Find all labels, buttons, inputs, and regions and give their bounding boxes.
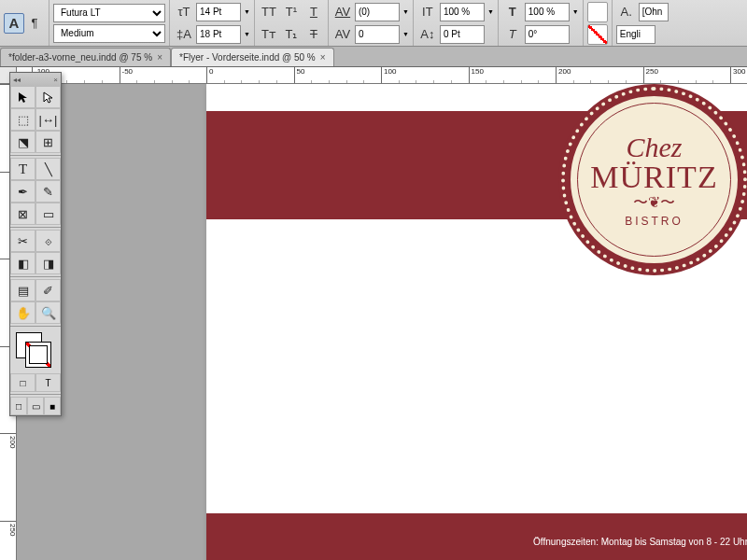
- subscript-button[interactable]: T₁: [281, 24, 302, 45]
- ornament-icon: 〜❦〜: [633, 193, 675, 213]
- paragraph-mode-toggle[interactable]: ¶: [24, 13, 45, 34]
- canvas[interactable]: Chez MÜRITZ 〜❦〜 BISTRO Öffnungszeiten: M…: [17, 84, 747, 560]
- pencil-tool[interactable]: ✎: [35, 180, 61, 203]
- badge-sub-text: BISTRO: [625, 215, 684, 228]
- character-mode-toggle[interactable]: A: [4, 13, 24, 34]
- direct-selection-tool[interactable]: [35, 86, 61, 108]
- badge-script-text: Chez: [627, 132, 683, 163]
- tab-label: *folder-a3-vorne_neu.indd @ 75 %: [8, 52, 152, 63]
- document-tab[interactable]: *folder-a3-vorne_neu.indd @ 75 %×: [0, 48, 171, 66]
- zoom-tool[interactable]: 🔍: [35, 301, 61, 324]
- stroke-swatch[interactable]: [587, 24, 608, 45]
- superscript-button[interactable]: T¹: [281, 2, 302, 22]
- font-size-input[interactable]: [196, 3, 241, 21]
- skew-input[interactable]: [525, 25, 570, 44]
- rectangle-frame-tool[interactable]: ⊠: [10, 203, 35, 225]
- char-style-icon: A.: [616, 2, 637, 22]
- baseline-shift-icon: A↕: [417, 24, 438, 45]
- kerning-input[interactable]: [355, 3, 400, 21]
- horizontal-ruler[interactable]: -100-50050100150200250300: [17, 67, 747, 84]
- selection-tool[interactable]: [10, 86, 35, 108]
- document-tab[interactable]: *Flyer - Vorderseite.indd @ 50 %×: [171, 48, 334, 66]
- document-page[interactable]: Chez MÜRITZ 〜❦〜 BISTRO Öffnungszeiten: M…: [206, 84, 747, 560]
- content-collector-tool[interactable]: ⬔: [10, 131, 35, 153]
- tab-label: *Flyer - Vorderseite.indd @ 50 %: [179, 52, 316, 63]
- type-control-bar: A ¶ Futura LT Medium τT▼ ‡A▼ TT T¹ T Tᴛ …: [0, 0, 747, 47]
- collapse-icon[interactable]: ◂◂: [13, 76, 21, 84]
- document-tabs: *folder-a3-vorne_neu.indd @ 75 %× *Flyer…: [0, 47, 747, 67]
- vertical-scale-icon: IT: [417, 2, 438, 22]
- screen-mode-preview[interactable]: ▭: [27, 397, 44, 415]
- kerning-icon: AV: [332, 2, 353, 22]
- all-caps-button[interactable]: TT: [259, 2, 279, 22]
- eyedropper-tool[interactable]: ✐: [35, 279, 61, 301]
- gradient-feather-tool[interactable]: ◨: [35, 252, 61, 274]
- apply-container-button[interactable]: □: [10, 373, 35, 392]
- close-icon[interactable]: ×: [320, 52, 326, 63]
- content-placer-tool[interactable]: ⊞: [35, 131, 61, 153]
- language-input[interactable]: [616, 25, 655, 44]
- stroke-color-swatch[interactable]: [25, 342, 51, 368]
- panel-header[interactable]: ◂◂ ×: [10, 73, 61, 86]
- workspace: -100-50050100150200250300 05010015020025…: [0, 67, 747, 560]
- page-tool[interactable]: ⬚: [10, 108, 35, 131]
- pen-tool[interactable]: ✒: [10, 180, 35, 203]
- tracking-icon: AV: [332, 24, 353, 45]
- fill-swatch[interactable]: [587, 2, 608, 22]
- close-icon[interactable]: ×: [157, 52, 162, 63]
- gradient-swatch-tool[interactable]: ◧: [10, 252, 35, 274]
- gap-tool[interactable]: |↔|: [35, 108, 61, 131]
- badge-main-text: MÜRITZ: [590, 160, 717, 195]
- fill-stroke-swatches[interactable]: [10, 329, 61, 373]
- underline-button[interactable]: T: [303, 2, 324, 22]
- tools-panel: ◂◂ × ⬚ |↔| ⬔ ⊞ T ╲ ✒ ✎ ⊠ ▭ ✂ ⟐ ◧ ◨ ▤ ✐ ✋: [9, 72, 62, 416]
- strikethrough-button[interactable]: Ŧ: [303, 24, 324, 45]
- footer-band[interactable]: Öffnungszeiten: Montag bis Samstag von 8…: [206, 513, 747, 560]
- hand-tool[interactable]: ✋: [10, 301, 35, 324]
- scissors-tool[interactable]: ✂: [10, 230, 35, 252]
- horizontal-scale-icon: T: [502, 2, 523, 22]
- screen-mode-presentation[interactable]: ■: [44, 397, 61, 415]
- note-tool[interactable]: ▤: [10, 279, 35, 301]
- leading-input[interactable]: [196, 25, 241, 44]
- type-tool[interactable]: T: [10, 158, 35, 180]
- vertical-scale-input[interactable]: [440, 3, 485, 21]
- skew-icon: T: [502, 24, 523, 45]
- tracking-input[interactable]: [355, 25, 400, 44]
- free-transform-tool[interactable]: ⟐: [35, 230, 61, 252]
- small-caps-button[interactable]: Tᴛ: [259, 24, 279, 45]
- font-size-icon: τT: [174, 2, 194, 22]
- line-tool[interactable]: ╲: [35, 158, 61, 180]
- char-style-input[interactable]: [639, 3, 669, 21]
- logo-badge[interactable]: Chez MÜRITZ 〜❦〜 BISTRO: [558, 84, 747, 275]
- screen-mode-normal[interactable]: □: [10, 397, 27, 415]
- apply-text-button[interactable]: T: [35, 373, 61, 392]
- close-icon[interactable]: ×: [53, 76, 58, 84]
- rectangle-tool[interactable]: ▭: [35, 203, 61, 225]
- font-family-select[interactable]: Futura LT: [53, 4, 165, 22]
- footer-text: Öffnungszeiten: Montag bis Samstag von 8…: [533, 537, 747, 547]
- leading-icon: ‡A: [174, 24, 194, 45]
- font-style-select[interactable]: Medium: [53, 24, 165, 43]
- horizontal-scale-input[interactable]: [525, 3, 570, 21]
- baseline-shift-input[interactable]: [440, 25, 485, 44]
